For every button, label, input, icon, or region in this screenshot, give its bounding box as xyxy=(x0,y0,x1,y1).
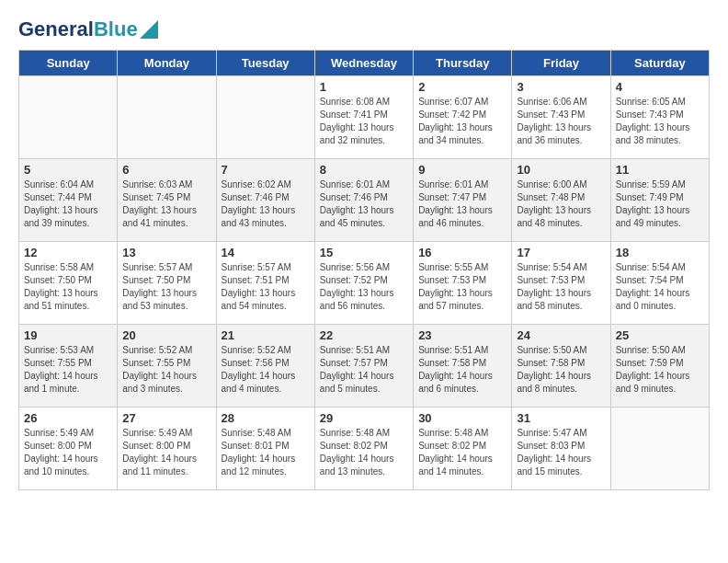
calendar-week-row: 5Sunrise: 6:04 AM Sunset: 7:44 PM Daylig… xyxy=(19,159,710,242)
calendar-cell: 4Sunrise: 6:05 AM Sunset: 7:43 PM Daylig… xyxy=(610,76,709,159)
day-number: 8 xyxy=(320,163,408,177)
day-number: 6 xyxy=(122,163,210,177)
calendar-cell: 13Sunrise: 5:57 AM Sunset: 7:50 PM Dayli… xyxy=(118,242,216,325)
day-info: Sunrise: 5:50 AM Sunset: 7:59 PM Dayligh… xyxy=(616,344,704,396)
logo-icon xyxy=(140,20,158,39)
day-number: 11 xyxy=(616,163,704,177)
day-number: 5 xyxy=(24,163,112,177)
calendar-cell: 31Sunrise: 5:47 AM Sunset: 8:03 PM Dayli… xyxy=(512,408,610,490)
day-info: Sunrise: 6:00 AM Sunset: 7:48 PM Dayligh… xyxy=(517,178,605,230)
day-info: Sunrise: 5:49 AM Sunset: 8:00 PM Dayligh… xyxy=(122,427,210,478)
day-number: 20 xyxy=(122,328,210,342)
day-number: 27 xyxy=(122,411,210,425)
calendar-week-row: 19Sunrise: 5:53 AM Sunset: 7:55 PM Dayli… xyxy=(19,325,710,408)
day-number: 21 xyxy=(222,328,310,342)
day-info: Sunrise: 6:02 AM Sunset: 7:46 PM Dayligh… xyxy=(222,178,310,230)
calendar-cell: 11Sunrise: 5:59 AM Sunset: 7:49 PM Dayli… xyxy=(610,159,709,242)
calendar-cell: 20Sunrise: 5:52 AM Sunset: 7:55 PM Dayli… xyxy=(118,325,216,408)
day-number: 2 xyxy=(418,80,506,94)
calendar-table: SundayMondayTuesdayWednesdayThursdayFrid… xyxy=(18,50,710,490)
day-info: Sunrise: 5:57 AM Sunset: 7:51 PM Dayligh… xyxy=(222,261,310,313)
day-info: Sunrise: 5:51 AM Sunset: 7:57 PM Dayligh… xyxy=(320,344,408,396)
calendar-cell: 10Sunrise: 6:00 AM Sunset: 7:48 PM Dayli… xyxy=(512,159,610,242)
day-info: Sunrise: 6:07 AM Sunset: 7:42 PM Dayligh… xyxy=(418,96,506,147)
calendar-cell: 19Sunrise: 5:53 AM Sunset: 7:55 PM Dayli… xyxy=(19,325,118,408)
calendar-cell: 2Sunrise: 6:07 AM Sunset: 7:42 PM Daylig… xyxy=(414,76,512,159)
day-info: Sunrise: 6:06 AM Sunset: 7:43 PM Dayligh… xyxy=(517,96,605,147)
weekday-header: Thursday xyxy=(414,51,512,76)
calendar-cell: 9Sunrise: 6:01 AM Sunset: 7:47 PM Daylig… xyxy=(414,159,512,242)
day-number: 7 xyxy=(222,163,310,177)
svg-marker-0 xyxy=(140,20,158,39)
weekday-header: Sunday xyxy=(19,51,118,76)
weekday-header: Wednesday xyxy=(314,51,413,76)
calendar-cell: 27Sunrise: 5:49 AM Sunset: 8:00 PM Dayli… xyxy=(118,408,216,490)
calendar-cell: 22Sunrise: 5:51 AM Sunset: 7:57 PM Dayli… xyxy=(314,325,413,408)
page-header: GeneralBlue xyxy=(18,18,710,40)
day-number: 22 xyxy=(320,328,408,342)
day-info: Sunrise: 5:58 AM Sunset: 7:50 PM Dayligh… xyxy=(24,261,112,313)
day-info: Sunrise: 5:56 AM Sunset: 7:52 PM Dayligh… xyxy=(320,261,408,313)
day-info: Sunrise: 6:05 AM Sunset: 7:43 PM Dayligh… xyxy=(616,96,704,147)
calendar-week-row: 26Sunrise: 5:49 AM Sunset: 8:00 PM Dayli… xyxy=(19,408,710,490)
calendar-cell: 17Sunrise: 5:54 AM Sunset: 7:53 PM Dayli… xyxy=(512,242,610,325)
weekday-header: Monday xyxy=(118,51,216,76)
day-number: 23 xyxy=(418,328,506,342)
calendar-cell: 29Sunrise: 5:48 AM Sunset: 8:02 PM Dayli… xyxy=(314,408,413,490)
day-info: Sunrise: 6:08 AM Sunset: 7:41 PM Dayligh… xyxy=(320,96,408,147)
calendar-cell: 12Sunrise: 5:58 AM Sunset: 7:50 PM Dayli… xyxy=(19,242,118,325)
day-number: 16 xyxy=(418,246,506,259)
day-number: 9 xyxy=(418,163,506,177)
day-info: Sunrise: 5:49 AM Sunset: 8:00 PM Dayligh… xyxy=(24,427,112,478)
day-info: Sunrise: 6:01 AM Sunset: 7:46 PM Dayligh… xyxy=(320,178,408,230)
day-info: Sunrise: 5:57 AM Sunset: 7:50 PM Dayligh… xyxy=(122,261,210,313)
day-info: Sunrise: 5:53 AM Sunset: 7:55 PM Dayligh… xyxy=(24,344,112,396)
logo-text: GeneralBlue xyxy=(18,18,138,40)
day-number: 1 xyxy=(320,80,408,94)
day-info: Sunrise: 5:47 AM Sunset: 8:03 PM Dayligh… xyxy=(517,427,605,478)
calendar-cell: 7Sunrise: 6:02 AM Sunset: 7:46 PM Daylig… xyxy=(216,159,314,242)
weekday-header: Saturday xyxy=(610,51,709,76)
logo: GeneralBlue xyxy=(18,18,158,40)
calendar-cell: 5Sunrise: 6:04 AM Sunset: 7:44 PM Daylig… xyxy=(19,159,118,242)
calendar-cell xyxy=(118,76,216,159)
day-info: Sunrise: 5:48 AM Sunset: 8:01 PM Dayligh… xyxy=(222,427,310,478)
day-number: 17 xyxy=(517,246,605,259)
calendar-cell: 21Sunrise: 5:52 AM Sunset: 7:56 PM Dayli… xyxy=(216,325,314,408)
weekday-header-row: SundayMondayTuesdayWednesdayThursdayFrid… xyxy=(19,51,710,76)
day-number: 31 xyxy=(517,411,605,425)
calendar-cell: 1Sunrise: 6:08 AM Sunset: 7:41 PM Daylig… xyxy=(314,76,413,159)
calendar-cell: 8Sunrise: 6:01 AM Sunset: 7:46 PM Daylig… xyxy=(314,159,413,242)
day-number: 10 xyxy=(517,163,605,177)
day-number: 4 xyxy=(616,80,704,94)
calendar-cell: 25Sunrise: 5:50 AM Sunset: 7:59 PM Dayli… xyxy=(610,325,709,408)
calendar-cell: 26Sunrise: 5:49 AM Sunset: 8:00 PM Dayli… xyxy=(19,408,118,490)
weekday-header: Tuesday xyxy=(216,51,314,76)
day-info: Sunrise: 5:59 AM Sunset: 7:49 PM Dayligh… xyxy=(616,178,704,230)
calendar-cell: 23Sunrise: 5:51 AM Sunset: 7:58 PM Dayli… xyxy=(414,325,512,408)
day-info: Sunrise: 5:50 AM Sunset: 7:58 PM Dayligh… xyxy=(517,344,605,396)
day-info: Sunrise: 6:04 AM Sunset: 7:44 PM Dayligh… xyxy=(24,178,112,230)
day-number: 26 xyxy=(24,411,112,425)
calendar-cell: 28Sunrise: 5:48 AM Sunset: 8:01 PM Dayli… xyxy=(216,408,314,490)
day-number: 25 xyxy=(616,328,704,342)
day-info: Sunrise: 5:54 AM Sunset: 7:54 PM Dayligh… xyxy=(616,261,704,313)
day-number: 3 xyxy=(517,80,605,94)
day-number: 15 xyxy=(320,246,408,259)
day-number: 18 xyxy=(616,246,704,259)
calendar-cell: 6Sunrise: 6:03 AM Sunset: 7:45 PM Daylig… xyxy=(118,159,216,242)
day-number: 13 xyxy=(122,246,210,259)
weekday-header: Friday xyxy=(512,51,610,76)
calendar-cell: 15Sunrise: 5:56 AM Sunset: 7:52 PM Dayli… xyxy=(314,242,413,325)
day-number: 29 xyxy=(320,411,408,425)
day-number: 30 xyxy=(418,411,506,425)
calendar-cell: 18Sunrise: 5:54 AM Sunset: 7:54 PM Dayli… xyxy=(610,242,709,325)
day-info: Sunrise: 6:01 AM Sunset: 7:47 PM Dayligh… xyxy=(418,178,506,230)
day-info: Sunrise: 5:51 AM Sunset: 7:58 PM Dayligh… xyxy=(418,344,506,396)
calendar-cell: 14Sunrise: 5:57 AM Sunset: 7:51 PM Dayli… xyxy=(216,242,314,325)
day-number: 12 xyxy=(24,246,112,259)
day-number: 24 xyxy=(517,328,605,342)
day-info: Sunrise: 5:52 AM Sunset: 7:56 PM Dayligh… xyxy=(222,344,310,396)
calendar-cell: 3Sunrise: 6:06 AM Sunset: 7:43 PM Daylig… xyxy=(512,76,610,159)
calendar-week-row: 12Sunrise: 5:58 AM Sunset: 7:50 PM Dayli… xyxy=(19,242,710,325)
